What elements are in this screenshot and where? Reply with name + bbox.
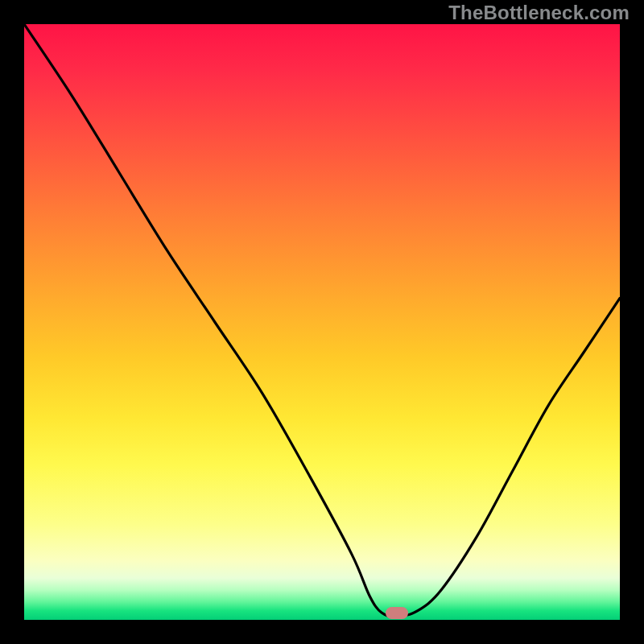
chart-frame: TheBottleneck.com xyxy=(0,0,644,644)
plot-area xyxy=(24,24,620,620)
bottleneck-curve xyxy=(24,24,620,620)
watermark-text: TheBottleneck.com xyxy=(448,2,630,24)
min-point-marker xyxy=(386,607,408,619)
